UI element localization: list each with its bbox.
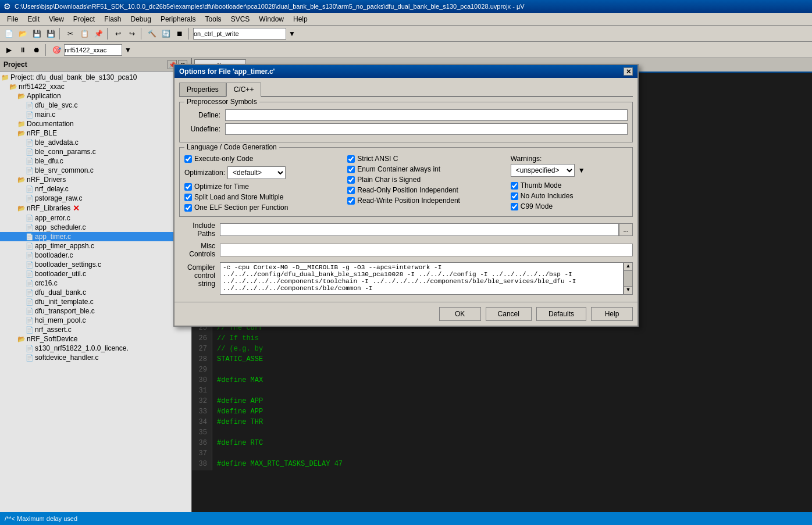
tree-item[interactable]: 📄 ble_dfu.c (0, 156, 191, 166)
target-input[interactable] (64, 44, 122, 56)
tree-item[interactable]: 📁 Project: dfu_dual_bank_ble_s130_pca10 (0, 73, 191, 82)
tree-item[interactable]: 📄 dfu_init_template.c (0, 297, 191, 306)
tree-item[interactable]: 📄 bootloader_util.c (0, 269, 191, 278)
function-selector-dropdown[interactable]: ▼ (287, 27, 297, 40)
tree-item[interactable]: 📂 nRF_Drivers (0, 175, 191, 184)
include-paths-input[interactable] (220, 223, 619, 236)
tree-item[interactable]: 📄 crc16.c (0, 278, 191, 288)
tree-item[interactable]: 📄 app_scheduler.c (0, 223, 191, 232)
checkbox-c99-mode-input[interactable] (511, 203, 518, 210)
tree-item[interactable]: 📁 Documentation (0, 119, 191, 128)
tree-item[interactable]: 📄 dfu_transport_ble.c (0, 306, 191, 316)
menubar-item-file[interactable]: File (2, 14, 23, 24)
tree-item[interactable]: 📄 app_error.c (0, 213, 191, 223)
save-btn[interactable]: 💾 (30, 27, 43, 40)
open-btn[interactable]: 📂 (16, 27, 29, 40)
line-content: #define RTC (212, 439, 263, 449)
rebuild-btn[interactable]: 🔄 (159, 27, 172, 40)
cancel-button[interactable]: Cancel (486, 307, 532, 321)
preprocessor-group: Preprocessor Symbols Define: Undefine: (179, 102, 633, 142)
checkbox-optimize-time-input[interactable] (184, 183, 192, 191)
checkbox-plain-char-input[interactable] (347, 176, 355, 184)
tree-item[interactable]: 📄 nrf_assert.c (0, 325, 191, 334)
checkbox-thumb-mode-input[interactable] (511, 182, 518, 190)
tree-item[interactable]: 📄 s130_nrf51822_1.0.0_licence. (0, 344, 191, 353)
debug2-btn[interactable]: ⏸ (16, 44, 29, 56)
target-dropdown[interactable]: ▼ (123, 44, 133, 56)
help-button[interactable]: Help (591, 307, 633, 321)
tree-item[interactable]: 📄 pstorage_raw.c (0, 194, 191, 203)
tree-item-icon: 📄 (26, 317, 34, 324)
stop-btn[interactable]: ⏹ (173, 27, 186, 40)
target-btn[interactable]: 🎯 (50, 44, 63, 56)
compiler-control-input[interactable]: -c -cpu Cortex-M0 -D__MICROLIB -g -O3 --… (220, 263, 623, 294)
checkbox-split-load-input[interactable] (184, 194, 192, 201)
tree-item[interactable]: 📄 nrf_delay.c (0, 184, 191, 194)
dialog-close-button[interactable]: ✕ (624, 67, 633, 76)
function-selector-input[interactable] (193, 28, 286, 40)
checkbox-read-only-pos: Read-Only Position Independent (347, 186, 503, 194)
redo-btn[interactable]: ↪ (126, 27, 138, 40)
menubar-item-peripherals[interactable]: Peripherals (156, 14, 201, 24)
save-all-btn[interactable]: 💾 (44, 27, 57, 40)
tree-item[interactable]: 📄 app_timer.c (0, 232, 191, 241)
ok-button[interactable]: OK (439, 307, 481, 321)
tree-item[interactable]: 📄 app_timer_appsh.c (0, 241, 191, 251)
tree-item[interactable]: 📂 nrf51422_xxac (0, 82, 191, 91)
checkbox-one-elf-input[interactable] (184, 204, 192, 212)
checkbox-read-only-pos-input[interactable] (347, 187, 355, 194)
checkbox-c99-mode-label: C99 Mode (521, 202, 553, 210)
menubar-item-help[interactable]: Help (289, 14, 312, 24)
menubar-item-tools[interactable]: Tools (201, 14, 226, 24)
tree-item[interactable]: 📄 softdevice_handler.c (0, 353, 191, 362)
menubar-item-debug[interactable]: Debug (126, 14, 156, 24)
tree-item[interactable]: 📂 nRF_BLE (0, 128, 191, 138)
code-line: 27// (e.g. by (192, 345, 812, 355)
scroll-up-arrow[interactable]: ▲ (624, 263, 632, 271)
warnings-select[interactable]: <unspecified> No Warnings All Warnings (511, 164, 575, 177)
menubar-item-svcs[interactable]: SVCS (226, 14, 255, 24)
optimization-select[interactable]: <default> -O0-O1-O2-O3 (227, 166, 286, 179)
defaults-button[interactable]: Defaults (536, 307, 586, 321)
checkbox-execute-only-input[interactable] (184, 155, 192, 163)
menubar-item-view[interactable]: View (44, 14, 69, 24)
menubar-item-edit[interactable]: Edit (23, 14, 44, 24)
checkbox-enum-container-input[interactable] (347, 166, 355, 173)
tree-item[interactable]: 📄 ble_conn_params.c (0, 147, 191, 156)
paste-btn[interactable]: 📌 (92, 27, 105, 40)
dialog-tab-cc[interactable]: C/C++ (226, 83, 262, 97)
menubar-item-window[interactable]: Window (254, 14, 289, 24)
tree-item[interactable]: 📄 dfu_ble_svc.c (0, 101, 191, 110)
new-btn[interactable]: 📄 (2, 27, 15, 40)
tree-item[interactable]: 📂 nRF_SoftDevice (0, 334, 191, 344)
tree-item[interactable]: 📄 hci_mem_pool.c (0, 316, 191, 325)
undefine-input[interactable] (225, 123, 628, 135)
include-paths-browse-btn[interactable]: ... (619, 223, 633, 236)
copy-btn[interactable]: 📋 (78, 27, 91, 40)
scroll-down-arrow[interactable]: ▼ (624, 286, 632, 294)
debug-btn[interactable]: ▶ (2, 44, 15, 56)
checkbox-no-auto-includes-input[interactable] (511, 192, 518, 200)
warnings-dropdown[interactable]: ▼ (577, 164, 586, 177)
menubar-item-flash[interactable]: Flash (99, 14, 126, 24)
dialog-tab-properties[interactable]: Properties (179, 83, 226, 96)
tree-item[interactable]: 📂 nRF_Libraries ✕ (0, 203, 191, 213)
build-btn[interactable]: 🔨 (145, 27, 158, 40)
misc-controls-input[interactable] (220, 244, 633, 256)
tree-item[interactable]: 📂 Application (0, 91, 191, 101)
checkbox-read-only-pos-label: Read-Only Position Independent (357, 186, 458, 194)
tree-item[interactable]: 📄 ble_advdata.c (0, 138, 191, 147)
tree-item[interactable]: 📄 ble_srv_common.c (0, 166, 191, 175)
debug3-btn[interactable]: ⏺ (30, 44, 43, 56)
tree-item[interactable]: 📄 bootloader_settings.c (0, 260, 191, 269)
tree-item[interactable]: 📄 dfu_dual_bank.c (0, 288, 191, 297)
cut-btn[interactable]: ✂ (64, 27, 77, 40)
menubar-item-project[interactable]: Project (69, 14, 99, 24)
checkbox-strict-ansi-input[interactable] (347, 155, 355, 163)
tree-item[interactable]: 📄 main.c (0, 110, 191, 119)
tree-item[interactable]: 📄 bootloader.c (0, 251, 191, 260)
checkbox-read-write-pos-input[interactable] (347, 197, 355, 205)
define-input[interactable] (225, 109, 628, 121)
undo-btn[interactable]: ↩ (112, 27, 124, 40)
options-dialog: Options for File 'app_timer.c' ✕ Propert… (173, 64, 639, 327)
